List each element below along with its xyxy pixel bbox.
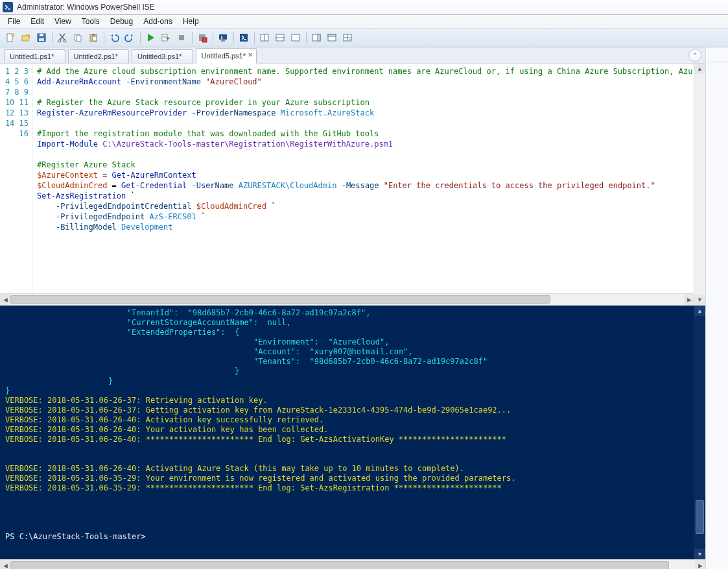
svg-point-2 <box>12 34 14 36</box>
copy-icon[interactable] <box>70 30 86 45</box>
code-area[interactable]: # Add the Azure cloud subscription envir… <box>33 64 694 305</box>
svg-rect-13 <box>92 34 95 36</box>
options-icon[interactable] <box>324 30 340 45</box>
run-icon[interactable] <box>143 30 158 45</box>
tab-label: Untitled2.ps1* <box>74 53 119 60</box>
editor-tab[interactable]: Untitled3.ps1* <box>132 49 193 63</box>
save-icon[interactable] <box>34 30 49 45</box>
svg-rect-20 <box>202 38 207 42</box>
titlebar: Administrator: Windows PowerShell ISE <box>0 0 728 15</box>
svg-rect-5 <box>39 38 44 41</box>
toolbar-separator <box>231 30 236 45</box>
undo-icon[interactable] <box>106 30 122 45</box>
toolbar-separator <box>101 30 106 45</box>
menubar: FileEditViewToolsDebugAdd-onsHelp <box>0 15 728 28</box>
cut-icon[interactable] <box>54 30 70 45</box>
menu-tools[interactable]: Tools <box>76 16 105 27</box>
menu-view[interactable]: View <box>49 16 76 27</box>
toolbar-separator <box>49 30 54 45</box>
editor-tabs: Untitled1.ps1*Untitled2.ps1*Untitled3.ps… <box>0 47 705 64</box>
layout-top-icon[interactable] <box>272 30 288 45</box>
svg-rect-11 <box>76 36 81 42</box>
svg-rect-29 <box>292 34 299 41</box>
toolbar-separator <box>137 30 143 45</box>
svg-rect-31 <box>318 34 320 41</box>
client-horizontal-scrollbar[interactable]: ◀▶ <box>0 559 705 569</box>
collapse-editor-icon[interactable]: ⌃ <box>688 49 701 62</box>
svg-rect-21 <box>219 34 227 40</box>
editor-tab[interactable]: Untitled2.ps1* <box>68 49 130 63</box>
tab-label: Untitled3.ps1* <box>137 53 182 60</box>
remote-icon[interactable] <box>215 30 231 45</box>
toolbar <box>0 28 728 47</box>
cmd-addon-icon[interactable] <box>309 30 324 45</box>
stop-debugger-icon[interactable] <box>194 30 210 45</box>
svg-rect-33 <box>328 34 336 36</box>
toolbar-separator <box>210 30 215 45</box>
open-file-icon[interactable] <box>18 30 34 45</box>
editor-tab[interactable]: Untitled1.ps1* <box>4 49 65 63</box>
menu-debug[interactable]: Debug <box>105 16 138 27</box>
console-vertical-scrollbar[interactable]: ▲▼ <box>694 306 705 559</box>
stop-icon[interactable] <box>174 30 189 45</box>
line-number-gutter: 1 2 3 4 5 6 7 8 9 10 11 12 13 14 15 16 <box>0 64 33 305</box>
tab-label: Untitled5.ps1* <box>202 52 246 60</box>
editor-vertical-scrollbar[interactable]: ▲▼ <box>694 64 705 305</box>
tab-label: Untitled1.ps1* <box>10 53 54 60</box>
svg-rect-4 <box>40 34 43 36</box>
close-tab-icon[interactable]: ✕ <box>246 51 254 58</box>
editor-tab[interactable]: Untitled5.ps1*✕ <box>196 48 257 64</box>
powershell-ise-icon <box>3 2 13 12</box>
layout-sbs-icon[interactable] <box>257 30 272 45</box>
toolbar-separator <box>303 30 309 45</box>
svg-rect-22 <box>221 40 225 42</box>
editor-horizontal-scrollbar[interactable]: ◀▶ <box>0 293 694 305</box>
window-title: Administrator: Windows PowerShell ISE <box>17 3 155 12</box>
console-pane[interactable]: "TenantId": "98d685b7-2cb0-46c6-8a72-ad1… <box>0 306 705 559</box>
redo-icon[interactable] <box>122 30 137 45</box>
run-selection-icon[interactable] <box>158 30 174 45</box>
paste-icon[interactable] <box>86 30 101 45</box>
script-editor[interactable]: 1 2 3 4 5 6 7 8 9 10 11 12 13 14 15 16 #… <box>0 64 705 306</box>
help-icon[interactable] <box>340 30 355 45</box>
svg-rect-18 <box>179 35 184 40</box>
layout-max-icon[interactable] <box>288 30 303 45</box>
commands-side-pane[interactable] <box>705 47 728 569</box>
menu-addons[interactable]: Add-ons <box>138 16 178 27</box>
toolbar-separator <box>252 30 257 45</box>
svg-rect-14 <box>93 36 97 41</box>
powershell-icon[interactable] <box>236 30 252 45</box>
new-file-icon[interactable] <box>3 30 18 45</box>
toolbar-separator <box>189 30 194 45</box>
menu-help[interactable]: Help <box>178 16 204 27</box>
menu-file[interactable]: File <box>3 16 25 27</box>
menu-edit[interactable]: Edit <box>25 16 49 27</box>
